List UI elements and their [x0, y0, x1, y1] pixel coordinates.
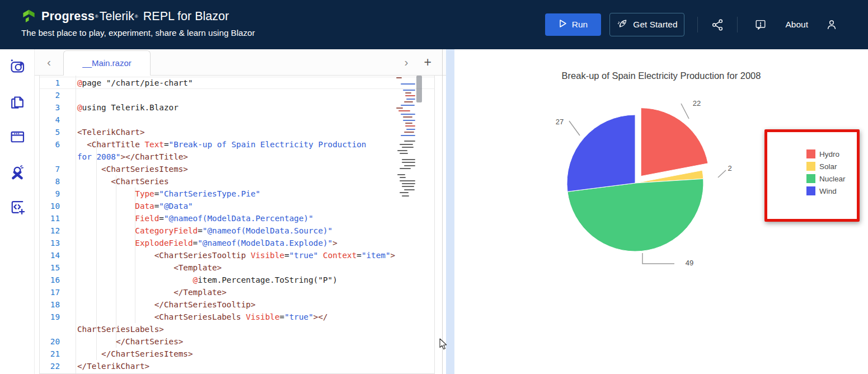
run-label: Run	[572, 20, 588, 30]
pie-slice-label: 2	[728, 164, 731, 172]
rocket-icon	[617, 18, 628, 31]
pie-slice-hydro[interactable]	[641, 108, 708, 176]
add-tab-icon[interactable]: +	[420, 55, 436, 70]
pie-slice-label: 22	[693, 99, 701, 107]
code-editor[interactable]: 1@page "/chart/pie-chart"23@using Teleri…	[39, 76, 435, 374]
code-line[interactable]: 13 ExplodeField="@nameof(ModelData.Explo…	[40, 237, 434, 249]
code-line[interactable]: 17 </Template>	[40, 286, 434, 298]
left-toolbar	[0, 49, 35, 374]
run-button[interactable]: Run	[545, 13, 601, 36]
reg-mark: ®	[135, 14, 138, 19]
code-line[interactable]: 2	[40, 89, 434, 101]
copy-icon[interactable]	[9, 93, 26, 110]
profile-icon[interactable]	[825, 18, 838, 31]
label-callout-line	[681, 104, 689, 119]
legend-item-hydro[interactable]: Hydro	[806, 149, 846, 158]
code-line[interactable]: 3@using Telerik.Blazor	[40, 101, 434, 114]
result-preview-panel: Break-up of Spain Electricity Production…	[454, 49, 868, 374]
chart-legend: HydroSolarNuclearWind	[806, 149, 846, 195]
share-nodes-icon[interactable]	[711, 18, 724, 31]
next-tab-icon[interactable]: ›	[400, 51, 413, 73]
code-line[interactable]: ChartSeriesLabels>	[40, 323, 434, 335]
brand-product: REPL for Blazor	[143, 10, 229, 24]
code-lines[interactable]: 1@page "/chart/pie-chart"23@using Teleri…	[40, 77, 434, 372]
camera-icon[interactable]	[9, 58, 26, 74]
code-line[interactable]: 9 Type="ChartSeriesType.Pie"	[40, 188, 434, 200]
comment-exclamation-icon[interactable]	[754, 18, 767, 31]
play-icon	[559, 19, 567, 30]
code-line[interactable]: 20 </ChartSeries>	[40, 335, 434, 348]
code-line[interactable]: 15 <Template>	[40, 261, 434, 274]
brand-telerik: Telerik	[100, 10, 134, 24]
pie-slice-label: 49	[686, 259, 693, 267]
code-line[interactable]: 19 <ChartSeriesLabels Visible="true"></	[40, 311, 434, 323]
pie-slice-wind[interactable]	[567, 115, 635, 191]
minimap[interactable]	[396, 76, 415, 267]
get-started-button[interactable]: Get Started	[609, 13, 684, 36]
header-divider	[697, 17, 698, 32]
code-line[interactable]: 1@page "/chart/pie-chart"	[40, 77, 434, 89]
label-callout-line	[569, 121, 580, 135]
code-add-icon[interactable]	[9, 199, 26, 216]
label-callout-line	[718, 170, 726, 177]
pie-slice-label: 27	[556, 118, 564, 126]
brand: Progress®Telerik®REPL for Blazor The bes…	[21, 8, 255, 38]
code-line[interactable]: for 2008"></ChartTitle>	[40, 151, 434, 163]
legend-label: Wind	[819, 187, 837, 195]
chart-title: Break-up of Spain Electricity Production…	[454, 71, 868, 81]
get-started-label: Get Started	[633, 20, 677, 30]
tagline: The best place to play, experiment, shar…	[21, 28, 255, 38]
legend-swatch	[806, 174, 815, 183]
split-handle[interactable]	[446, 49, 454, 374]
tab-main-razor[interactable]: __Main.razor	[63, 50, 151, 76]
legend-highlight-box: HydroSolarNuclearWind	[764, 129, 860, 222]
legend-item-wind[interactable]: Wind	[806, 186, 846, 195]
pie-chart: 2224927	[454, 83, 868, 374]
person-ribbon-icon[interactable]	[9, 163, 26, 180]
code-line[interactable]: 8 <ChartSeries	[40, 175, 434, 188]
code-line[interactable]: 10 Data="@Data"	[40, 200, 434, 212]
legend-label: Hydro	[819, 150, 839, 158]
code-line[interactable]: 22</TelerikChart>	[40, 360, 434, 372]
pie-slice-nuclear[interactable]	[567, 179, 703, 251]
legend-swatch	[806, 149, 815, 158]
legend-swatch	[806, 186, 815, 195]
code-line[interactable]: 6 <ChartTitle Text="Break-up of Spain El…	[40, 138, 434, 151]
code-line[interactable]: 4	[40, 114, 434, 126]
repl-window: Progress®Telerik®REPL for Blazor The bes…	[0, 0, 868, 374]
label-callout-line	[642, 253, 674, 264]
code-line[interactable]: 18 </ChartSeriesTooltip>	[40, 298, 434, 311]
code-line[interactable]: 16 @item.Percentage.ToString("P")	[40, 274, 434, 286]
panel-divider-line	[442, 49, 443, 374]
code-line[interactable]: 21 </ChartSeriesItems>	[40, 348, 434, 360]
legend-item-nuclear[interactable]: Nuclear	[806, 174, 846, 183]
code-line[interactable]: 5<TelerikChart>	[40, 126, 434, 138]
legend-label: Solar	[819, 162, 837, 171]
prev-tab-icon[interactable]: ‹	[43, 51, 55, 73]
header-divider	[737, 17, 738, 32]
browser-window-icon[interactable]	[9, 128, 26, 145]
code-line[interactable]: 7 <ChartSeriesItems>	[40, 163, 434, 175]
legend-item-solar[interactable]: Solar	[806, 162, 846, 171]
app-header: Progress®Telerik®REPL for Blazor The bes…	[0, 0, 868, 49]
legend-label: Nuclear	[819, 175, 846, 183]
legend-swatch	[806, 162, 815, 171]
reg-mark: ®	[95, 14, 98, 19]
code-line[interactable]: 12 CategoryField="@nameof(ModelData.Sour…	[40, 225, 434, 237]
code-line[interactable]: 11 Field="@nameof(ModelData.Percentage)"	[40, 212, 434, 225]
about-link[interactable]: About	[785, 20, 808, 30]
editor-scrollbar-thumb[interactable]	[416, 76, 422, 102]
editor-tabstrip: ‹ __Main.razor › +	[35, 49, 446, 76]
progress-logo-icon	[21, 8, 41, 25]
brand-progress: Progress	[41, 10, 95, 24]
code-line[interactable]: 14 <ChartSeriesTooltip Visible="true" Co…	[40, 249, 434, 261]
